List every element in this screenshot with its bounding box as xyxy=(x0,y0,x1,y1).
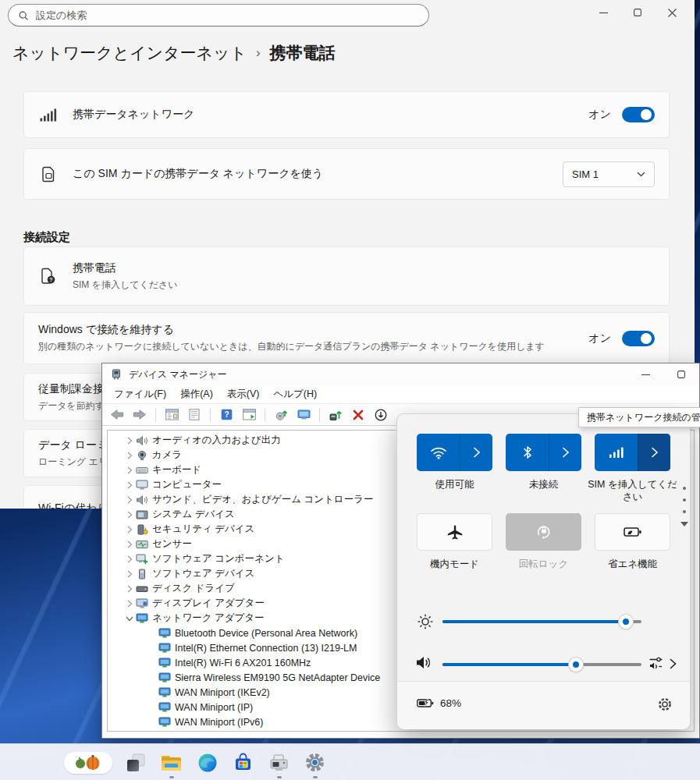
tree-item-label: コンピューター xyxy=(152,478,222,491)
tree-item-label: ソフトウェア デバイス xyxy=(152,567,254,580)
menu-item-0[interactable]: ファイル(F) xyxy=(107,386,173,402)
chevron-right-icon[interactable] xyxy=(123,540,135,549)
sw-device-device-icon xyxy=(135,569,148,580)
chevron-down-icon[interactable] xyxy=(123,614,135,623)
tree-item-label: オーディオの入力および出力 xyxy=(152,434,281,447)
row-subtitle: SIM を挿入してください xyxy=(73,278,655,292)
chevron-right-icon[interactable] xyxy=(123,555,135,564)
audio-output-mixer-icon[interactable] xyxy=(648,656,664,671)
taskbar-task-view-button[interactable] xyxy=(123,750,148,775)
cellular-data-toggle[interactable] xyxy=(622,107,655,122)
system-device-icon xyxy=(135,509,148,520)
window-controls xyxy=(586,0,689,25)
menu-item-2[interactable]: 表示(V) xyxy=(220,386,267,402)
row-cellular-phone[interactable]: ? 携帯電話 SIM を挿入してください xyxy=(23,246,670,306)
row-title: Windows で接続を維持する xyxy=(38,323,588,337)
security-device-icon xyxy=(135,524,148,535)
device-manager-titlebar[interactable]: デバイス マネージャー xyxy=(102,363,699,385)
speaker-icon xyxy=(416,655,432,670)
chevron-right-icon[interactable] xyxy=(670,658,677,669)
chevron-down-icon xyxy=(637,172,645,177)
audio-device-icon xyxy=(135,495,148,505)
running-indicator xyxy=(277,776,282,778)
chevron-right-icon[interactable] xyxy=(123,510,135,519)
chevron-right-icon[interactable] xyxy=(123,525,135,534)
chevron-right-icon[interactable] xyxy=(123,599,135,608)
qs-tile-wifi-expand[interactable] xyxy=(460,434,492,471)
chevron-right-icon[interactable] xyxy=(123,466,135,475)
settings-search-box[interactable]: 設定の検索 xyxy=(8,4,429,27)
remote-desktop-toolbar-icon[interactable] xyxy=(295,406,312,424)
minimize-icon xyxy=(599,9,608,17)
chevron-right-icon[interactable] xyxy=(123,569,135,579)
chevron-right-icon[interactable] xyxy=(123,495,135,505)
qs-tile-bluetooth-toggle[interactable] xyxy=(506,434,549,471)
tree-item-label: センサー xyxy=(152,537,192,551)
qs-tile-cellular-toggle[interactable] xyxy=(595,434,638,471)
qs-page-indicator[interactable] xyxy=(680,487,688,526)
menu-item-1[interactable]: 操作(A) xyxy=(173,386,220,402)
widgets-pumpkin-icon xyxy=(71,753,105,772)
disable-toolbar-icon[interactable] xyxy=(372,406,389,424)
display-device-icon xyxy=(135,598,148,609)
expand-down-icon[interactable] xyxy=(680,522,688,526)
edit-quick-settings-gear-icon[interactable] xyxy=(657,697,673,712)
brightness-slider-thumb[interactable] xyxy=(619,615,633,629)
forward-toolbar-icon[interactable] xyxy=(131,406,148,424)
qs-tile-wifi[interactable] xyxy=(417,434,492,471)
uninstall-toolbar-icon[interactable] xyxy=(350,406,367,424)
console-window-toolbar-icon[interactable] xyxy=(163,406,180,424)
taskbar-file-explorer-button[interactable] xyxy=(158,750,184,775)
volume-slider-thumb[interactable] xyxy=(569,658,583,672)
menu-item-3[interactable]: ヘルプ(H) xyxy=(266,386,324,402)
properties-toolbar-icon[interactable] xyxy=(186,406,203,424)
quick-settings-panel: 使用可能未接続SIM を挿入してください機内モード回転ロック省エネ機能 68% xyxy=(396,413,691,729)
qs-tile-battery-saver[interactable] xyxy=(595,513,670,551)
tree-item-label: キーボード xyxy=(152,463,201,477)
volume-slider[interactable] xyxy=(442,663,641,666)
tree-item-label: ソフトウェア コンポーネント xyxy=(152,552,285,566)
chevron-right-icon[interactable] xyxy=(123,436,135,445)
qs-tile-wifi-toggle[interactable] xyxy=(417,434,460,471)
brightness-sun-icon xyxy=(416,612,435,631)
tree-item-label: WAN Miniport (IKEv2) xyxy=(175,687,270,698)
help-toolbar-icon[interactable]: ? xyxy=(218,406,235,424)
page-dot xyxy=(683,487,686,490)
sim-dropdown[interactable]: SIM 1 xyxy=(563,161,655,187)
qs-tile-bluetooth-expand[interactable] xyxy=(549,434,581,471)
tree-item-label: Bluetooth Device (Personal Area Network) xyxy=(175,628,357,639)
chevron-right-icon[interactable] xyxy=(123,480,135,490)
update-driver-toolbar-icon[interactable] xyxy=(327,406,344,424)
file-explorer-icon xyxy=(161,753,182,772)
chevron-right-icon[interactable] xyxy=(123,584,135,594)
chevron-right-icon xyxy=(651,447,659,458)
section-header: 接続設定 xyxy=(23,230,70,245)
breadcrumb-parent[interactable]: ネットワークとインターネット xyxy=(12,42,247,64)
taskbar-store-button[interactable] xyxy=(230,750,256,775)
keep-connected-toggle[interactable] xyxy=(622,331,655,346)
action-pane-toolbar-icon[interactable] xyxy=(240,406,258,424)
minimize-icon xyxy=(641,370,650,379)
taskbar-edge-button[interactable] xyxy=(194,750,220,775)
scan-hardware-toolbar-icon[interactable] xyxy=(272,406,290,424)
battery-status[interactable]: 68% xyxy=(417,697,461,709)
back-toolbar-icon[interactable] xyxy=(108,406,126,424)
close-button[interactable] xyxy=(655,0,689,25)
tooltip: 携帯ネットワーク接続の管理 xyxy=(578,407,700,427)
qs-tile-cellular[interactable] xyxy=(595,434,670,471)
qs-tile-bluetooth[interactable] xyxy=(506,434,581,471)
brightness-slider[interactable] xyxy=(442,620,641,623)
qs-tile-cellular-expand[interactable] xyxy=(638,434,670,471)
qs-tile-rotation-lock[interactable] xyxy=(506,513,581,551)
dm-maximize-button[interactable] xyxy=(663,363,699,385)
dm-minimize-button[interactable] xyxy=(627,363,663,385)
minimize-button[interactable] xyxy=(586,0,620,25)
taskbar-widgets-button[interactable] xyxy=(64,752,112,774)
qs-tile-airplane-mode[interactable] xyxy=(417,513,492,551)
taskbar-settings-button[interactable] xyxy=(302,750,328,775)
chevron-right-icon[interactable] xyxy=(123,451,135,460)
maximize-button[interactable] xyxy=(620,0,655,25)
taskbar-printer-app-button[interactable] xyxy=(266,750,292,775)
sensor-device-icon xyxy=(135,539,148,550)
keyboard-device-icon xyxy=(135,465,148,476)
